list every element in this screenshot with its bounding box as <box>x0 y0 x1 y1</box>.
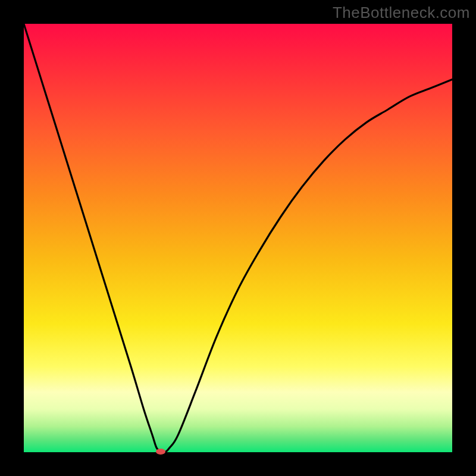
watermark-text: TheBottleneck.com <box>333 4 470 22</box>
bottleneck-curve <box>24 24 452 452</box>
plot-area <box>24 24 452 452</box>
chart-frame: TheBottleneck.com <box>0 0 476 476</box>
minimum-dot <box>156 449 165 455</box>
